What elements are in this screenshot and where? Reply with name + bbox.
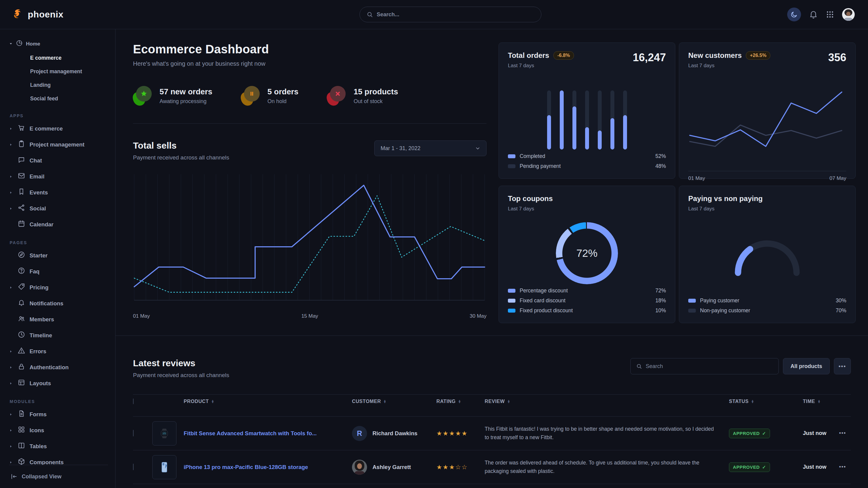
check-icon: ✓ — [762, 464, 766, 470]
global-search-input[interactable] — [377, 11, 534, 18]
legend-label: Fixed card discount — [520, 297, 565, 304]
column-header-product[interactable]: PRODUCT▲▼ — [152, 399, 352, 404]
review-text: This Fitbit is fantastic! I was trying t… — [485, 425, 729, 441]
sidebar-item-project-management[interactable]: Project management — [9, 136, 108, 153]
order-bar-track — [598, 90, 602, 150]
sidebar-item-errors[interactable]: Errors — [9, 343, 108, 359]
global-search[interactable] — [360, 7, 541, 22]
legend-label: Percentage discount — [520, 288, 568, 294]
all-products-button[interactable]: All products — [783, 358, 830, 375]
product-cell: iPhone 13 pro max-Pacific Blue-128GB sto… — [152, 455, 352, 479]
table-row — [133, 484, 851, 488]
stat-subtitle: Awating processing — [159, 98, 212, 105]
paying-period: Last 7 days — [688, 206, 763, 212]
page-title: Ecommerce Dashboard — [133, 42, 487, 56]
sidebar-item-icons[interactable]: Icons — [9, 422, 108, 438]
sidebar-item-social-feed[interactable]: Social feed — [30, 92, 108, 105]
reviews-search-input[interactable] — [646, 363, 773, 369]
order-bar-fill — [611, 118, 614, 150]
stat-circle — [136, 86, 152, 102]
sidebar-section-label: PAGES — [10, 240, 108, 245]
product-link[interactable]: Fitbit Sense Advanced Smartwatch with To… — [184, 430, 317, 437]
share-icon — [18, 204, 25, 213]
sidebar-item-email[interactable]: Email — [9, 168, 108, 185]
sidebar-item-label: Events — [30, 189, 48, 196]
stat-subtitle: Out of stock — [353, 98, 398, 105]
row-checkbox[interactable] — [133, 430, 134, 436]
new-customers-line-chart: 01 May07 May — [688, 86, 846, 182]
sidebar-item-landing[interactable]: Landing — [30, 78, 108, 92]
reviews-search[interactable] — [630, 358, 779, 375]
stat-circle — [330, 86, 346, 102]
row-actions-button[interactable]: ••• — [839, 430, 846, 436]
sidebar-item-members[interactable]: Members — [9, 312, 108, 327]
sidebar-item-social[interactable]: Social — [9, 200, 108, 217]
sidebar-item-faq[interactable]: Faq — [9, 263, 108, 280]
stat-text: 57 new ordersAwating processing — [159, 87, 212, 105]
sidebar-item-label: E commerce — [30, 125, 63, 132]
reviews-subtitle: Payment received across all channels — [133, 372, 229, 379]
total-sells-title: Total sells — [133, 140, 229, 151]
x-axis-label: 30 May — [470, 313, 487, 319]
date-range-select[interactable]: Mar 1 - 31, 2022 — [374, 140, 487, 156]
apps-menu-button[interactable] — [826, 10, 834, 19]
sidebar-item-label: Notifications — [30, 300, 63, 307]
caret-right-icon — [9, 175, 13, 178]
header-checkbox-cell — [133, 399, 152, 404]
sidebar-item-label: Pricing — [30, 284, 49, 291]
notifications-button[interactable] — [809, 10, 818, 19]
sidebar-item-chat[interactable]: Chat — [9, 153, 108, 168]
paying-legend: Paying customer30%Non-paying customer70% — [688, 296, 846, 316]
latest-reviews-section: Latest reviews Payment received across a… — [116, 335, 868, 488]
sidebar-item-components[interactable]: Components — [9, 454, 108, 465]
product-link[interactable]: iPhone 13 pro max-Pacific Blue-128GB sto… — [184, 464, 308, 470]
sidebar-item-authentication[interactable]: Authentication — [9, 359, 108, 375]
brand[interactable]: phoenix — [12, 8, 64, 21]
column-header-status[interactable]: STATUS▲▼ — [729, 399, 803, 404]
sidebar-item-calendar[interactable]: Calendar — [9, 217, 108, 232]
order-bar-track — [611, 90, 614, 150]
paying-title: Paying vs non paying — [688, 194, 763, 203]
sidebar-item-e-commerce[interactable]: E commerce — [9, 121, 108, 136]
legend-row: Completed52% — [508, 151, 666, 161]
row-actions-button[interactable]: ••• — [839, 464, 846, 470]
sidebar-item-home[interactable]: Home — [9, 38, 108, 50]
sidebar-item-tables[interactable]: Tables — [9, 438, 108, 454]
collapse-view-button[interactable]: Collapsed View — [9, 465, 108, 488]
sidebar-item-timeline[interactable]: Timeline — [9, 327, 108, 343]
sidebar-section-label: APPS — [10, 113, 108, 118]
select-all-checkbox[interactable] — [133, 398, 134, 404]
sidebar-item-notifications[interactable]: Notifications — [9, 295, 108, 312]
sidebar-item-e-commerce[interactable]: E commerce — [30, 51, 108, 65]
top-coupons-card: Top coupons Last 7 days 72% Percentage d… — [499, 186, 675, 323]
sort-icon: ▲▼ — [751, 400, 754, 403]
sidebar-item-forms[interactable]: Forms — [9, 406, 108, 422]
caret-right-icon — [9, 461, 13, 464]
sidebar-item-layouts[interactable]: Layouts — [9, 375, 108, 391]
legend-label: Pending payment — [520, 163, 561, 169]
legend-row: Pending payment48% — [508, 161, 666, 171]
product-cell: Fitbit Sense Advanced Smartwatch with To… — [152, 421, 352, 446]
sidebar-item-starter[interactable]: Starter — [9, 248, 108, 263]
theme-toggle-button[interactable] — [787, 7, 801, 22]
more-options-button[interactable]: ••• — [834, 358, 851, 375]
column-header-customer[interactable]: CUSTOMER▲▼ — [352, 399, 436, 404]
sidebar-item-events[interactable]: Events — [9, 185, 108, 200]
sidebar-item-project-management[interactable]: Project management — [30, 65, 108, 78]
status-cell: APPROVED✓ — [729, 429, 803, 438]
file-icon — [18, 410, 25, 419]
legend-row: Fixed card discount18% — [508, 296, 666, 306]
stat-star: 57 new ordersAwating processing — [133, 86, 212, 106]
bell-icon — [809, 10, 818, 19]
column-header-rating[interactable]: RATING▲▼ — [436, 399, 485, 404]
column-header-time[interactable]: TIME▲▼ — [803, 399, 839, 404]
user-avatar[interactable] — [842, 8, 855, 21]
total-orders-legend: Completed52%Pending payment48% — [508, 151, 666, 171]
customer-name: Ashley Garrett — [372, 464, 411, 470]
legend-value: 10% — [655, 307, 666, 314]
row-checkbox[interactable] — [133, 464, 134, 470]
product-thumbnail — [152, 421, 177, 446]
column-header-review[interactable]: REVIEW▲▼ — [485, 399, 729, 404]
product-thumbnail — [152, 455, 177, 479]
sidebar-item-pricing[interactable]: Pricing — [9, 280, 108, 295]
